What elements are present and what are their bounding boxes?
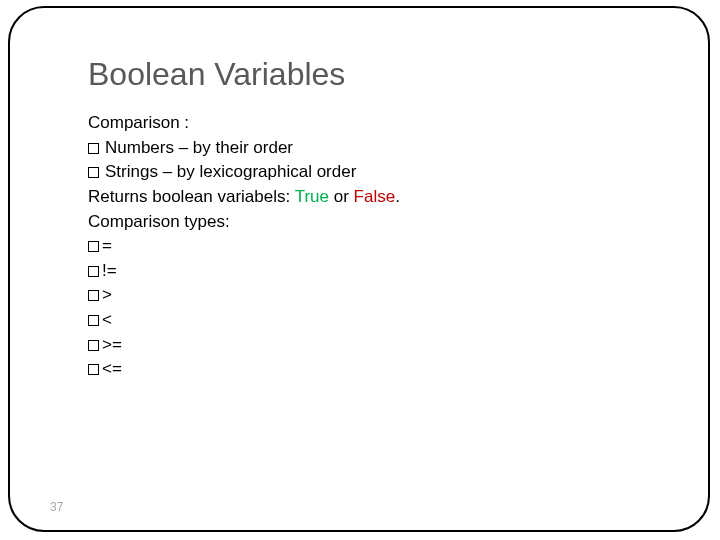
op-text: = — [102, 236, 112, 255]
bullet-numbers: Numbers – by their order — [88, 136, 648, 161]
slide-title: Boolean Variables — [88, 56, 648, 93]
square-bullet-icon — [88, 266, 99, 277]
op-lt: < — [88, 308, 648, 333]
square-bullet-icon — [88, 167, 99, 178]
page-number: 37 — [50, 500, 63, 514]
square-bullet-icon — [88, 340, 99, 351]
returns-post: . — [395, 187, 400, 206]
op-text: < — [102, 310, 112, 329]
false-word: False — [354, 187, 396, 206]
slide-content: Boolean Variables Comparison : Numbers –… — [88, 56, 648, 382]
square-bullet-icon — [88, 364, 99, 375]
op-text: <= — [102, 359, 122, 378]
op-ne: != — [88, 259, 648, 284]
bullet-text: Numbers – by their order — [105, 138, 293, 157]
returns-pre: Returns boolean variabels: — [88, 187, 295, 206]
op-eq: = — [88, 234, 648, 259]
returns-mid: or — [329, 187, 354, 206]
square-bullet-icon — [88, 290, 99, 301]
square-bullet-icon — [88, 143, 99, 154]
op-text: >= — [102, 335, 122, 354]
comparison-header: Comparison : — [88, 111, 648, 136]
true-word: True — [295, 187, 329, 206]
returns-line: Returns boolean variabels: True or False… — [88, 185, 648, 210]
comparison-types-header: Comparison types: — [88, 210, 648, 235]
op-ge: >= — [88, 333, 648, 358]
bullet-strings: Strings – by lexicographical order — [88, 160, 648, 185]
op-text: > — [102, 285, 112, 304]
bullet-text: Strings – by lexicographical order — [105, 162, 356, 181]
op-le: <= — [88, 357, 648, 382]
op-text: != — [102, 261, 117, 280]
square-bullet-icon — [88, 315, 99, 326]
slide-frame: Boolean Variables Comparison : Numbers –… — [8, 6, 710, 532]
op-gt: > — [88, 283, 648, 308]
square-bullet-icon — [88, 241, 99, 252]
